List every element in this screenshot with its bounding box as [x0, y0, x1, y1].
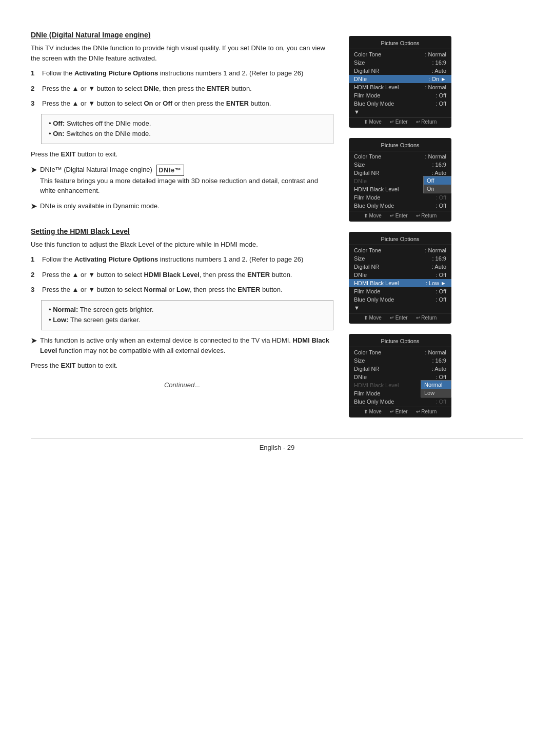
panel1-row-filmmode: Film Mode : Off: [349, 91, 451, 100]
panel2-row-blueonlymode: Blue Only Mode : Off: [349, 202, 451, 210]
page-footer: English - 29: [31, 438, 523, 462]
dropdown-item-on: On: [424, 185, 451, 193]
panel1-footer: ⬆ Move ↵ Enter ↩ Return: [349, 117, 451, 126]
hdmi-panel1-row-down: ▼: [349, 304, 451, 312]
hdmi-panel1-row-digitalnr: Digital NR : Auto: [349, 263, 451, 271]
dnie-intro: This TV includes the DNIe function to pr…: [31, 43, 333, 63]
step-text-1: Follow the Activating Picture Options in…: [42, 68, 333, 78]
panel1-row-down: ▼: [349, 108, 451, 116]
arrow-symbol-1: ➤: [31, 165, 37, 175]
panel1-row-colortone: Color Tone : Normal: [349, 50, 451, 58]
activating-bold-2: Activating Picture Options: [74, 255, 158, 263]
hdmi-black-level-bold: HDMI Black Level: [144, 271, 199, 278]
enter-bold-4: ENTER: [238, 286, 260, 293]
hdmi-panel2-row-digitalnr: Digital NR : Auto: [349, 365, 451, 373]
dnie-note-1-text: DNIe™ (Digital Natural Image engine) DNI…: [40, 165, 333, 196]
dnie-bold: DNIe: [144, 85, 159, 92]
off-bold: Off: [163, 100, 172, 107]
dnie-bullet-on: • On: Switches on the DNIe mode.: [49, 129, 326, 140]
dnie-bullet-off: • Off: Switches off the DNIe mode.: [49, 118, 326, 129]
hdmi-title: Setting the HDMI Black Level: [31, 227, 333, 235]
dropdown-item-off: Off: [424, 176, 451, 185]
hdmi-panel1-footer: ⬆ Move ↵ Enter ↩ Return: [349, 313, 451, 322]
arrow-symbol-3: ➤: [31, 335, 37, 346]
right-column: Picture Options Color Tone : Normal Size…: [349, 31, 457, 417]
dnie-note-2-text: DNIe is only available in Dynamic mode.: [40, 201, 160, 211]
hdmi-panel2-footer: ⬆ Move ↵ Enter ↩ Return: [349, 407, 451, 415]
step-num-3: 3: [31, 98, 38, 109]
hdmi-arrow-note: ➤ This function is active only when an e…: [31, 335, 333, 355]
enter-bold-2: ENTER: [226, 100, 249, 107]
hdmi-dropdown: Normal Low: [421, 380, 451, 397]
dropdown-item-low: Low: [421, 389, 451, 397]
hdmi-panel2-row-colortone: Color Tone : Normal: [349, 348, 451, 356]
dnie-arrow-note-1: ➤ DNIe™ (Digital Natural Image engine) D…: [31, 165, 333, 196]
panel1-row-size: Size : 16:9: [349, 58, 451, 67]
arrow-symbol-2: ➤: [31, 201, 37, 212]
hdmi-step-num-3: 3: [31, 285, 38, 295]
hdmi-bullets: • Normal: The screen gets brighter. • Lo…: [41, 300, 333, 331]
hdmi-note-text: This function is active only when an ext…: [40, 335, 333, 355]
dnie-step-3: 3 Press the ▲ or ▼ button to select On o…: [31, 98, 333, 109]
hdmi-panel1-row-blueonlymode: Blue Only Mode : Off: [349, 295, 451, 304]
hdmi-step-text-1: Follow the Activating Picture Options in…: [42, 254, 333, 265]
dnie-section: DNIe (Digital Natural Image engine) This…: [31, 31, 333, 212]
step-num-2: 2: [31, 84, 38, 94]
hdmi-bullet-low: • Low: The screen gets darker.: [49, 315, 326, 326]
panel1-row-digitalnr: Digital NR : Auto: [349, 67, 451, 75]
panel2-row-dnie: DNIe Off On: [349, 177, 451, 185]
hdmi-tv-panel-2: Picture Options Color Tone : Normal Size…: [349, 334, 451, 417]
hdmi-bullet-normal: • Normal: The screen gets brighter.: [49, 305, 326, 315]
dnie-tv-panel-2: Picture Options Color Tone : Normal Size…: [349, 138, 451, 222]
continued-text: Continued...: [31, 381, 333, 389]
dnie-title: DNIe (Digital Natural Image engine): [31, 31, 333, 39]
low-bold: Low: [176, 286, 190, 293]
dnie-panel2-title: Picture Options: [349, 141, 451, 151]
hdmi-panel1-row-hdmibl: HDMI Black Level : Low ►: [349, 279, 451, 287]
hdmi-step-3: 3 Press the ▲ or ▼ button to select Norm…: [31, 285, 333, 295]
panel2-row-filmmode: Film Mode : Off: [349, 193, 451, 202]
hdmi-panel1-row-colortone: Color Tone : Normal: [349, 246, 451, 254]
hdmi-step-num-1: 1: [31, 254, 38, 265]
panel1-row-hdmibl: HDMI Black Level : Normal: [349, 83, 451, 91]
hdmi-panel2-row-size: Size : 16:9: [349, 356, 451, 365]
on-bold: On: [144, 100, 153, 107]
enter-bold-1: ENTER: [207, 85, 229, 92]
hdmi-panel1-title: Picture Options: [349, 235, 451, 245]
panel2-row-size: Size : 16:9: [349, 161, 451, 169]
hdmi-step-num-2: 2: [31, 270, 38, 280]
dnie-step-2: 2 Press the ▲ or ▼ button to select DNIe…: [31, 84, 333, 94]
hdmi-panel2-title: Picture Options: [349, 337, 451, 347]
hdmi-panel1-row-dnie: DNIe : Off: [349, 271, 451, 279]
panel1-row-blueonlymode: Blue Only Mode : Off: [349, 100, 451, 108]
normal-bold: Normal: [144, 286, 167, 293]
hdmi-intro: Use this function to adjust the Black Le…: [31, 240, 333, 250]
left-column: DNIe (Digital Natural Image engine) This…: [31, 31, 333, 417]
page-number: English - 29: [260, 444, 295, 451]
step-text-3: Press the ▲ or ▼ button to select On or …: [42, 98, 333, 109]
page-content: DNIe (Digital Natural Image engine) This…: [0, 0, 554, 438]
activating-bold-1: Activating Picture Options: [74, 69, 158, 77]
dnie-dropdown: Off On: [423, 176, 451, 193]
hdmi-panel1-row-filmmode: Film Mode : Off: [349, 287, 451, 295]
hdmi-tv-panel-1: Picture Options Color Tone : Normal Size…: [349, 232, 451, 324]
hdmi-panel2-row-blueonlymode: Blue Only Mode : Off: [349, 397, 451, 406]
hdmi-panel2-row-hdmibl: HDMI Black Level Normal Low: [349, 381, 451, 389]
hdmi-step-text-2: Press the ▲ or ▼ button to select HDMI B…: [42, 270, 333, 280]
hdmi-step-2: 2 Press the ▲ or ▼ button to select HDMI…: [31, 270, 333, 280]
dnie-logo: DNIe™: [156, 165, 184, 176]
enter-bold-3: ENTER: [247, 271, 270, 278]
panel2-footer: ⬆ Move ↵ Enter ↩ Return: [349, 211, 451, 220]
panel2-row-colortone: Color Tone : Normal: [349, 152, 451, 161]
hdmi-step-text-3: Press the ▲ or ▼ button to select Normal…: [42, 285, 333, 295]
dnie-tv-panel-1: Picture Options Color Tone : Normal Size…: [349, 36, 451, 128]
panel1-row-dnie: DNIe : On ►: [349, 75, 451, 83]
hdmi-exit-note: Press the EXIT button to exit.: [31, 361, 333, 371]
hdmi-section: Setting the HDMI Black Level Use this fu…: [31, 227, 333, 371]
hdmi-step-1: 1 Follow the Activating Picture Options …: [31, 254, 333, 265]
step-num-1: 1: [31, 68, 38, 78]
dnie-panel1-title: Picture Options: [349, 39, 451, 49]
step-text-2: Press the ▲ or ▼ button to select DNIe, …: [42, 84, 333, 94]
dropdown-item-normal: Normal: [421, 381, 451, 389]
dnie-bullets: • Off: Switches off the DNIe mode. • On:…: [41, 114, 333, 145]
